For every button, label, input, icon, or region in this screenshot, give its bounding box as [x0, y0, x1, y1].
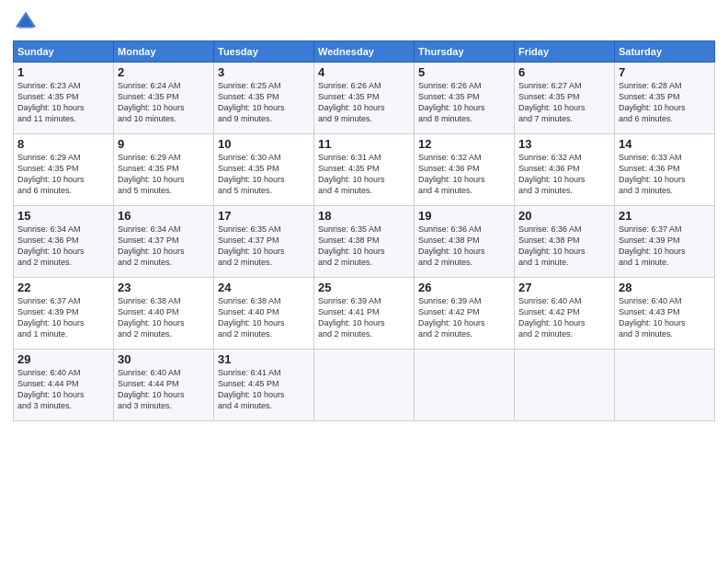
col-monday: Monday: [114, 41, 214, 63]
col-tuesday: Tuesday: [214, 41, 314, 63]
day-cell: 29Sunrise: 6:40 AM Sunset: 4:44 PM Dayli…: [14, 350, 114, 421]
day-cell: 10Sunrise: 6:30 AM Sunset: 4:35 PM Dayli…: [214, 134, 314, 206]
day-cell: 21Sunrise: 6:37 AM Sunset: 4:39 PM Dayli…: [615, 206, 715, 278]
day-number: 21: [619, 209, 711, 223]
day-info: Sunrise: 6:25 AM Sunset: 4:35 PM Dayligh…: [218, 80, 310, 125]
day-cell: 16Sunrise: 6:34 AM Sunset: 4:37 PM Dayli…: [114, 206, 214, 278]
day-cell: [415, 350, 515, 421]
day-info: Sunrise: 6:30 AM Sunset: 4:35 PM Dayligh…: [218, 152, 310, 197]
day-cell: 30Sunrise: 6:40 AM Sunset: 4:44 PM Dayli…: [114, 350, 214, 421]
day-cell: 19Sunrise: 6:36 AM Sunset: 4:38 PM Dayli…: [415, 206, 515, 278]
day-info: Sunrise: 6:41 AM Sunset: 4:45 PM Dayligh…: [218, 367, 310, 412]
day-cell: 31Sunrise: 6:41 AM Sunset: 4:45 PM Dayli…: [214, 350, 314, 421]
day-info: Sunrise: 6:24 AM Sunset: 4:35 PM Dayligh…: [118, 80, 210, 125]
day-number: 10: [218, 137, 310, 151]
day-cell: 15Sunrise: 6:34 AM Sunset: 4:36 PM Dayli…: [14, 206, 114, 278]
day-cell: [615, 350, 715, 421]
col-saturday: Saturday: [615, 41, 715, 63]
day-number: 29: [17, 352, 109, 366]
col-friday: Friday: [515, 41, 615, 63]
day-number: 9: [118, 137, 210, 151]
day-cell: 22Sunrise: 6:37 AM Sunset: 4:39 PM Dayli…: [14, 278, 114, 350]
day-info: Sunrise: 6:27 AM Sunset: 4:35 PM Dayligh…: [518, 80, 610, 125]
day-info: Sunrise: 6:40 AM Sunset: 4:43 PM Dayligh…: [619, 295, 711, 340]
day-cell: [314, 350, 415, 421]
day-cell: [515, 350, 615, 421]
day-cell: 3Sunrise: 6:25 AM Sunset: 4:35 PM Daylig…: [214, 63, 314, 134]
day-number: 27: [518, 281, 610, 294]
day-info: Sunrise: 6:32 AM Sunset: 4:36 PM Dayligh…: [418, 152, 510, 197]
day-cell: 20Sunrise: 6:36 AM Sunset: 4:38 PM Dayli…: [515, 206, 615, 278]
day-number: 8: [17, 137, 109, 151]
header: [13, 9, 715, 35]
day-number: 3: [218, 65, 310, 79]
day-info: Sunrise: 6:38 AM Sunset: 4:40 PM Dayligh…: [218, 295, 310, 340]
day-cell: 4Sunrise: 6:26 AM Sunset: 4:35 PM Daylig…: [314, 63, 415, 134]
day-number: 30: [118, 352, 210, 366]
day-cell: 24Sunrise: 6:38 AM Sunset: 4:40 PM Dayli…: [214, 278, 314, 350]
day-number: 11: [318, 137, 410, 151]
day-number: 22: [17, 281, 109, 294]
col-thursday: Thursday: [415, 41, 515, 63]
week-row-2: 8Sunrise: 6:29 AM Sunset: 4:35 PM Daylig…: [14, 134, 715, 206]
week-row-1: 1Sunrise: 6:23 AM Sunset: 4:35 PM Daylig…: [14, 63, 715, 134]
day-info: Sunrise: 6:32 AM Sunset: 4:36 PM Dayligh…: [518, 152, 610, 197]
day-number: 13: [518, 137, 610, 151]
day-number: 16: [118, 209, 210, 223]
day-number: 28: [619, 281, 711, 294]
day-cell: 27Sunrise: 6:40 AM Sunset: 4:42 PM Dayli…: [515, 278, 615, 350]
day-info: Sunrise: 6:31 AM Sunset: 4:35 PM Dayligh…: [318, 152, 410, 197]
day-info: Sunrise: 6:37 AM Sunset: 4:39 PM Dayligh…: [17, 295, 109, 340]
day-info: Sunrise: 6:39 AM Sunset: 4:42 PM Dayligh…: [418, 295, 510, 340]
day-cell: 8Sunrise: 6:29 AM Sunset: 4:35 PM Daylig…: [14, 134, 114, 206]
day-number: 1: [17, 65, 109, 79]
day-cell: 12Sunrise: 6:32 AM Sunset: 4:36 PM Dayli…: [415, 134, 515, 206]
day-number: 12: [418, 137, 510, 151]
day-cell: 13Sunrise: 6:32 AM Sunset: 4:36 PM Dayli…: [515, 134, 615, 206]
day-cell: 5Sunrise: 6:26 AM Sunset: 4:35 PM Daylig…: [415, 63, 515, 134]
day-cell: 18Sunrise: 6:35 AM Sunset: 4:38 PM Dayli…: [314, 206, 415, 278]
day-cell: 9Sunrise: 6:29 AM Sunset: 4:35 PM Daylig…: [114, 134, 214, 206]
day-number: 17: [218, 209, 310, 223]
day-info: Sunrise: 6:40 AM Sunset: 4:44 PM Dayligh…: [118, 367, 210, 412]
calendar-table: Sunday Monday Tuesday Wednesday Thursday…: [13, 40, 715, 421]
day-info: Sunrise: 6:29 AM Sunset: 4:35 PM Dayligh…: [17, 152, 109, 197]
day-number: 4: [318, 65, 410, 79]
logo: [13, 9, 40, 35]
day-cell: 28Sunrise: 6:40 AM Sunset: 4:43 PM Dayli…: [615, 278, 715, 350]
page: Sunday Monday Tuesday Wednesday Thursday…: [0, 0, 728, 563]
day-cell: 14Sunrise: 6:33 AM Sunset: 4:36 PM Dayli…: [615, 134, 715, 206]
day-number: 20: [518, 209, 610, 223]
day-info: Sunrise: 6:35 AM Sunset: 4:37 PM Dayligh…: [218, 224, 310, 269]
logo-icon: [13, 9, 39, 35]
day-info: Sunrise: 6:37 AM Sunset: 4:39 PM Dayligh…: [619, 224, 711, 269]
day-number: 19: [418, 209, 510, 223]
day-info: Sunrise: 6:29 AM Sunset: 4:35 PM Dayligh…: [118, 152, 210, 197]
week-row-5: 29Sunrise: 6:40 AM Sunset: 4:44 PM Dayli…: [14, 350, 715, 421]
day-number: 2: [118, 65, 210, 79]
day-number: 23: [118, 281, 210, 294]
day-info: Sunrise: 6:34 AM Sunset: 4:37 PM Dayligh…: [118, 224, 210, 269]
day-cell: 2Sunrise: 6:24 AM Sunset: 4:35 PM Daylig…: [114, 63, 214, 134]
week-row-3: 15Sunrise: 6:34 AM Sunset: 4:36 PM Dayli…: [14, 206, 715, 278]
day-info: Sunrise: 6:23 AM Sunset: 4:35 PM Dayligh…: [17, 80, 109, 125]
day-number: 18: [318, 209, 410, 223]
day-cell: 7Sunrise: 6:28 AM Sunset: 4:35 PM Daylig…: [615, 63, 715, 134]
day-cell: 6Sunrise: 6:27 AM Sunset: 4:35 PM Daylig…: [515, 63, 615, 134]
day-number: 14: [619, 137, 711, 151]
day-info: Sunrise: 6:38 AM Sunset: 4:40 PM Dayligh…: [118, 295, 210, 340]
day-number: 24: [218, 281, 310, 294]
day-number: 6: [518, 65, 610, 79]
day-number: 7: [619, 65, 711, 79]
day-number: 31: [218, 352, 310, 366]
day-cell: 25Sunrise: 6:39 AM Sunset: 4:41 PM Dayli…: [314, 278, 415, 350]
day-info: Sunrise: 6:40 AM Sunset: 4:44 PM Dayligh…: [17, 367, 109, 412]
day-info: Sunrise: 6:26 AM Sunset: 4:35 PM Dayligh…: [318, 80, 410, 125]
header-row: Sunday Monday Tuesday Wednesday Thursday…: [14, 41, 715, 63]
day-number: 26: [418, 281, 510, 294]
day-number: 25: [318, 281, 410, 294]
day-cell: 11Sunrise: 6:31 AM Sunset: 4:35 PM Dayli…: [314, 134, 415, 206]
day-info: Sunrise: 6:33 AM Sunset: 4:36 PM Dayligh…: [619, 152, 711, 197]
day-info: Sunrise: 6:39 AM Sunset: 4:41 PM Dayligh…: [318, 295, 410, 340]
day-cell: 26Sunrise: 6:39 AM Sunset: 4:42 PM Dayli…: [415, 278, 515, 350]
